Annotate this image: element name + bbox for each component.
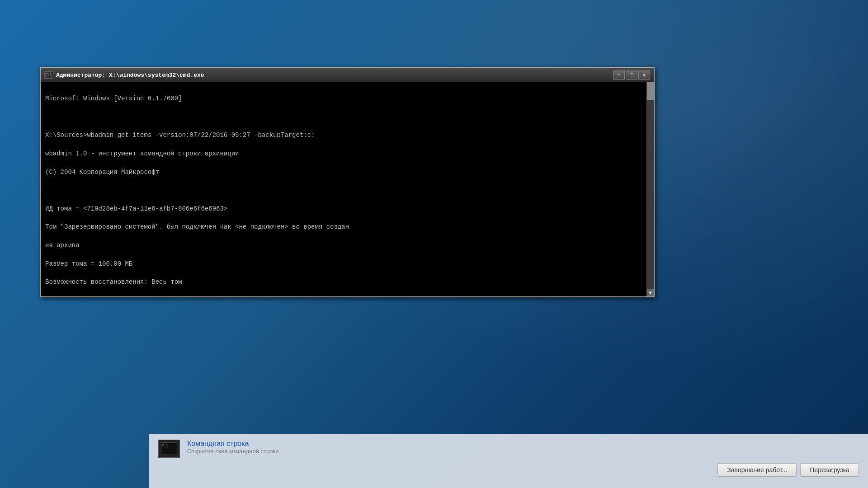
taskbar-app-title: Командная строка (187, 440, 278, 448)
cmd-app-icon-inner (161, 442, 177, 455)
cmd-window-controls[interactable]: ─ □ ✕ (613, 70, 650, 80)
cmd-body[interactable]: Microsoft Windows [Version 6.1.7600] X:\… (41, 82, 654, 296)
minimize-button[interactable]: ─ (613, 70, 625, 80)
cmd-line-4: wbadmin 1.0 - инструмент командной строк… (45, 149, 649, 158)
shutdown-button[interactable]: Завершение работ... (717, 463, 797, 477)
taskbar-app-icon (158, 440, 180, 458)
cmd-icon: C:\ (44, 71, 53, 79)
cmd-line-2 (45, 113, 649, 122)
cmd-line-8: Том "Зарезервировано системой". был подк… (45, 222, 649, 231)
cmd-scrollbar[interactable]: ▼ (646, 82, 654, 296)
cmd-line-7: ИД тома = <719d28eb-4f7a-11e6-afb7-806e6… (45, 204, 649, 213)
cmd-titlebar: C:\ Администратор: X:\windows\system32\c… (41, 68, 654, 82)
cmd-line-10: Возможность восстановления: Весь том (45, 277, 649, 286)
taskbar-buttons: Завершение работ... Перезагрузка (158, 463, 859, 477)
taskbar-app-info: Командная строка Открытие окна командной… (187, 440, 278, 455)
cmd-line-6 (45, 186, 649, 195)
taskbar-app-subtitle: Открытие окна командной строки (187, 448, 278, 455)
restart-button[interactable]: Перезагрузка (800, 463, 859, 477)
cmd-line-11 (45, 296, 649, 296)
maximize-button[interactable]: □ (626, 70, 637, 80)
scrollbar-thumb[interactable] (647, 82, 654, 100)
cmd-line-5: (C) 2004 Корпорация Майкрософт (45, 168, 649, 177)
cmd-line-9: Размер тома = 100.00 МБ (45, 259, 649, 268)
cmd-window: C:\ Администратор: X:\windows\system32\c… (40, 67, 655, 297)
taskbar-panel: Командная строка Открытие окна командной… (149, 434, 868, 488)
cmd-line-8b: ия архива (45, 241, 649, 250)
cmd-line-3: X:\Sources>wbadmin get items -version:07… (45, 131, 649, 140)
taskbar-app-row: Командная строка Открытие окна командной… (158, 440, 859, 458)
cmd-title-text: Администратор: X:\windows\system32\cmd.e… (56, 72, 610, 79)
scrollbar-down-arrow[interactable]: ▼ (647, 289, 654, 296)
cmd-line-1: Microsoft Windows [Version 6.1.7600] (45, 94, 649, 103)
close-button[interactable]: ✕ (638, 70, 650, 80)
